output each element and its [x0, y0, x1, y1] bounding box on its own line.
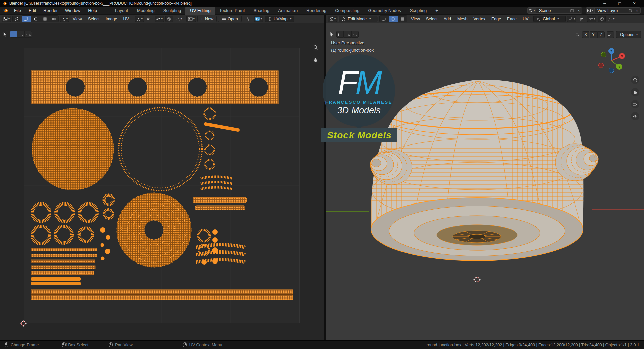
tab-animation[interactable]: Animation	[274, 7, 302, 15]
vp-tool-select-extend-icon[interactable]	[344, 31, 351, 38]
tab-compositing[interactable]: Compositing	[331, 7, 364, 15]
uv-band-island-2[interactable]	[195, 206, 245, 210]
mirror-x-button[interactable]: X	[582, 31, 589, 38]
vp-tool-select-box-icon[interactable]	[336, 31, 344, 38]
vp-zoom-button[interactable]	[631, 76, 639, 84]
options-button[interactable]: Options	[616, 31, 641, 38]
uv-menu-view[interactable]: View	[70, 17, 84, 21]
uv-disc-island[interactable]	[32, 108, 114, 190]
uv-strip-island[interactable]	[31, 71, 278, 104]
open-image-button[interactable]: Open	[218, 16, 241, 22]
uv-pivot-icon[interactable]	[135, 16, 144, 22]
vp-menu-vertex[interactable]: Vertex	[471, 17, 487, 21]
scene-unlink-icon[interactable]: ×	[575, 8, 582, 13]
uv-pan-button[interactable]	[311, 55, 320, 64]
linked-image-icon[interactable]	[254, 16, 263, 22]
uvmap-selector[interactable]: UVMap	[265, 16, 295, 22]
uv-tool-select-box-icon[interactable]	[10, 31, 17, 38]
tab-texture-paint[interactable]: Texture Paint	[215, 7, 249, 15]
vp-cursor-tool-icon[interactable]	[329, 32, 334, 37]
vp-camera-view-button[interactable]	[631, 100, 639, 108]
vp-menu-uv[interactable]: UV	[520, 17, 531, 21]
menu-file[interactable]: File	[10, 7, 25, 15]
menu-window[interactable]: Window	[61, 7, 84, 15]
proportional-edit-icon[interactable]	[598, 16, 606, 22]
tab-geometry-nodes[interactable]: Geometry Nodes	[364, 7, 405, 15]
uv-proportional-edit-icon[interactable]	[165, 16, 173, 22]
mode-selector[interactable]: Edit Mode	[338, 16, 378, 22]
uv-sticky-select-icon[interactable]	[60, 16, 69, 22]
viewport-editor-type-icon[interactable]	[328, 16, 337, 22]
close-button[interactable]: ✕	[627, 0, 642, 7]
view-layer-selector[interactable]: View Layer ×	[586, 7, 641, 14]
vp-menu-select[interactable]: Select	[424, 17, 440, 21]
transform-orientation-selector[interactable]: Global	[533, 16, 566, 22]
uv-falloff-icon[interactable]	[175, 16, 183, 22]
mirror-z-button[interactable]: Z	[597, 31, 605, 38]
pivot-point-icon[interactable]	[567, 16, 576, 22]
tab-layout[interactable]: Layout	[111, 7, 132, 15]
tab-shading[interactable]: Shading	[249, 7, 274, 15]
edge-select-mode-icon[interactable]	[389, 16, 398, 22]
maximize-button[interactable]: ▢	[612, 0, 627, 7]
mirror-y-button[interactable]: Y	[590, 31, 597, 38]
uv-select-face-icon[interactable]	[40, 16, 49, 22]
scene-selector[interactable]: Scene ×	[527, 7, 582, 14]
vertex-select-mode-icon[interactable]	[380, 16, 389, 22]
model-round-junction-box[interactable]	[366, 74, 598, 265]
navigation-gizmo[interactable]: Z X Y	[596, 46, 627, 76]
tab-rendering[interactable]: Rendering	[302, 7, 331, 15]
add-workspace-button[interactable]: +	[431, 7, 442, 15]
uv-tool-select-extend-icon[interactable]	[17, 31, 24, 38]
vp-menu-add[interactable]: Add	[441, 17, 453, 21]
minimize-button[interactable]: ─	[597, 0, 612, 7]
uv-tool-select-subtract-icon[interactable]	[24, 31, 32, 38]
uv-select-edge-icon[interactable]	[31, 16, 40, 22]
face-select-mode-icon[interactable]	[398, 16, 407, 22]
tab-sculpting[interactable]: Sculpting	[159, 7, 185, 15]
uv-select-island-icon[interactable]	[49, 16, 58, 22]
uv-image-browse-icon[interactable]	[186, 16, 196, 22]
menu-help[interactable]: Help	[84, 7, 101, 15]
gizmo-neg-x[interactable]	[599, 63, 604, 68]
snap-target-icon[interactable]	[587, 16, 596, 22]
uv-menu-image[interactable]: Image	[103, 17, 120, 21]
uv-band-island[interactable]	[193, 197, 247, 203]
uv-canvas[interactable]	[0, 23, 324, 340]
menu-render[interactable]: Render	[40, 7, 61, 15]
falloff-icon[interactable]	[607, 16, 615, 22]
vp-tool-select-subtract-icon[interactable]	[351, 31, 359, 38]
uv-snap-magnet-icon[interactable]	[145, 16, 153, 22]
uv-select-vertex-icon[interactable]	[22, 16, 31, 22]
blender-menu-icon[interactable]	[3, 8, 8, 13]
scene-copy-icon[interactable]	[569, 9, 575, 12]
gizmo-neg-y[interactable]	[601, 52, 606, 57]
view-layer-remove-icon[interactable]: ×	[634, 8, 640, 13]
uv-menu-uv[interactable]: UV	[121, 17, 131, 21]
vp-ortho-toggle-button[interactable]	[631, 112, 639, 120]
scene-browse-icon[interactable]	[528, 8, 536, 13]
snap-magnet-icon[interactable]	[578, 16, 586, 22]
uv-concentric-disc[interactable]	[117, 193, 191, 267]
uv-editor-type-icon[interactable]	[2, 16, 11, 22]
view-layer-browse-icon[interactable]	[586, 8, 595, 13]
new-image-button[interactable]: +New	[197, 16, 217, 22]
gizmo-neg-z[interactable]	[609, 68, 614, 73]
tab-uv-editing[interactable]: UV Editing	[185, 7, 215, 15]
uv-snap-target-icon[interactable]	[155, 16, 164, 22]
uv-cursor-tool-icon[interactable]	[3, 32, 7, 37]
uv-sync-selection-icon[interactable]	[12, 16, 20, 22]
scene-name[interactable]: Scene	[536, 8, 569, 13]
uv-zoom-button[interactable]	[311, 43, 320, 52]
view-layer-name[interactable]: View Layer	[595, 8, 627, 13]
uv-menu-select[interactable]: Select	[86, 17, 102, 21]
vp-menu-face[interactable]: Face	[505, 17, 519, 21]
tab-modeling[interactable]: Modeling	[132, 7, 159, 15]
vp-menu-mesh[interactable]: Mesh	[455, 17, 470, 21]
snap-proportional-icon[interactable]	[607, 31, 614, 38]
vp-pan-button[interactable]	[631, 88, 639, 96]
uv-bottom-strip[interactable]	[31, 290, 293, 300]
pin-icon[interactable]	[244, 16, 252, 22]
menu-edit[interactable]: Edit	[25, 7, 40, 15]
view-layer-copy-icon[interactable]	[627, 9, 634, 12]
